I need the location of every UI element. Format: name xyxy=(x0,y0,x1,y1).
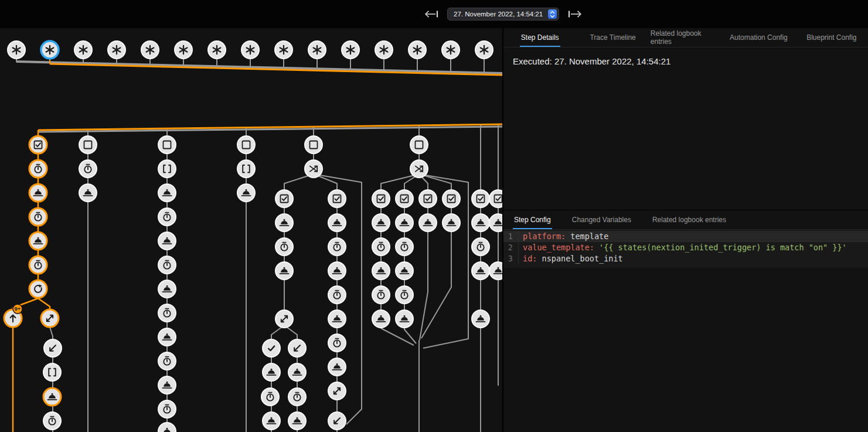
graph-node-timer[interactable] xyxy=(472,238,489,256)
graph-node-bell[interactable] xyxy=(158,376,176,394)
graph-node-bell[interactable] xyxy=(328,310,346,328)
graph-node-asterisk[interactable] xyxy=(342,41,359,59)
graph-node-timer[interactable] xyxy=(328,286,346,304)
graph-node-asterisk[interactable] xyxy=(108,41,125,59)
graph-node-bell[interactable] xyxy=(472,310,489,328)
graph-node-bell[interactable] xyxy=(158,280,176,298)
graph-node-timer[interactable] xyxy=(29,256,47,274)
graph-node-shuffle-diag[interactable] xyxy=(41,309,59,327)
graph-node-bell[interactable] xyxy=(263,363,280,381)
graph-node-bell[interactable] xyxy=(263,412,280,430)
graph-node-bell[interactable] xyxy=(158,184,176,202)
graph-node-bell[interactable] xyxy=(275,262,293,280)
graph-node-checkbox-blank[interactable] xyxy=(237,136,255,154)
graph-node-checkbox-marked[interactable] xyxy=(372,190,390,208)
graph-node-asterisk[interactable] xyxy=(409,41,426,59)
graph-node-bell[interactable] xyxy=(419,214,437,232)
graph-node-bell[interactable] xyxy=(275,214,293,232)
tab-step-config[interactable]: Step Config xyxy=(503,210,561,229)
graph-node-arrow-down-left[interactable] xyxy=(288,339,306,357)
graph-node-timer[interactable] xyxy=(275,238,293,256)
graph-node-timer[interactable] xyxy=(43,412,61,430)
graph-node-bell[interactable] xyxy=(489,214,502,232)
graph-node-shuffle[interactable] xyxy=(305,160,322,178)
graph-node-bell[interactable] xyxy=(79,184,97,202)
graph-node-bell[interactable] xyxy=(442,214,460,232)
graph-node-timer[interactable] xyxy=(158,256,176,274)
tab-automation-config[interactable]: Automation Config xyxy=(722,28,795,47)
graph-node-checkbox-blank[interactable] xyxy=(79,136,97,154)
graph-node-bell[interactable] xyxy=(372,214,390,232)
graph-node-brackets[interactable] xyxy=(158,160,176,178)
graph-node-bell[interactable] xyxy=(396,310,413,328)
tab-changed-variables[interactable]: Changed Variables xyxy=(561,210,642,229)
graph-node-shuffle[interactable] xyxy=(410,160,428,178)
graph-node-bell[interactable] xyxy=(328,358,346,376)
graph-node-bell[interactable] xyxy=(328,214,346,232)
graph-node-bell[interactable] xyxy=(472,214,489,232)
graph-node-timer[interactable] xyxy=(158,352,176,370)
graph-node-checkbox-marked[interactable] xyxy=(472,190,489,208)
graph-node-timer[interactable] xyxy=(29,160,47,178)
graph-node-bell[interactable] xyxy=(43,388,61,406)
graph-node-timer[interactable] xyxy=(396,286,413,304)
graph-node-arrow-down-left[interactable] xyxy=(44,339,62,357)
graph-node-bell[interactable] xyxy=(288,412,306,430)
graph-node-bell[interactable] xyxy=(328,262,346,280)
graph-node-bell[interactable] xyxy=(372,262,390,280)
graph-node-timer[interactable] xyxy=(328,334,346,352)
graph-node-bell[interactable] xyxy=(237,184,255,202)
run-selector[interactable]: 27. November 2022, 14:54:21 xyxy=(447,8,559,21)
next-run-button[interactable] xyxy=(568,10,582,18)
graph-node-bell[interactable] xyxy=(158,423,176,432)
graph-node-bell[interactable] xyxy=(489,262,502,280)
graph-node-shuffle-diag[interactable] xyxy=(328,382,346,400)
graph-node-checkbox-blank[interactable] xyxy=(305,136,322,154)
graph-node-timer[interactable] xyxy=(396,238,413,256)
graph-node-timer[interactable] xyxy=(158,208,176,226)
graph-node-asterisk[interactable] xyxy=(41,41,59,59)
graph-node-checkbox-marked[interactable] xyxy=(442,190,460,208)
graph-node-asterisk[interactable] xyxy=(175,41,192,59)
graph-node-repeat[interactable] xyxy=(29,280,47,298)
graph-node-asterisk[interactable] xyxy=(141,41,159,59)
graph-node-timer[interactable] xyxy=(328,238,346,256)
graph-node-asterisk[interactable] xyxy=(74,41,92,59)
graph-node-checkbox-marked[interactable] xyxy=(396,190,413,208)
graph-node-checkbox-marked[interactable] xyxy=(328,190,346,208)
graph-node-brackets[interactable] xyxy=(43,363,61,381)
graph-node-asterisk[interactable] xyxy=(375,41,393,59)
tab-blueprint-config[interactable]: Blueprint Config xyxy=(795,28,868,47)
graph-node-timer[interactable] xyxy=(79,160,97,178)
tab-related-logbook-entries[interactable]: Related logbook entries xyxy=(642,210,737,229)
graph-node-bell[interactable] xyxy=(396,214,413,232)
graph-node-bell[interactable] xyxy=(396,262,413,280)
graph-node-timer[interactable] xyxy=(29,208,47,226)
graph-node-checkbox-blank[interactable] xyxy=(158,136,176,154)
graph-node-check[interactable] xyxy=(263,339,280,357)
graph-node-asterisk[interactable] xyxy=(475,41,493,59)
graph-node-asterisk[interactable] xyxy=(8,41,25,59)
graph-node-asterisk[interactable] xyxy=(241,41,259,59)
previous-run-button[interactable] xyxy=(424,10,438,18)
graph-node-asterisk[interactable] xyxy=(442,41,459,59)
tab-step-details[interactable]: Step Details xyxy=(503,28,576,47)
graph-node-timer[interactable] xyxy=(158,304,176,322)
graph-node-timer[interactable] xyxy=(372,286,390,304)
graph-node-bell[interactable] xyxy=(288,363,306,381)
graph-node-checkbox-marked[interactable] xyxy=(489,190,502,208)
graph-node-timer[interactable] xyxy=(261,388,279,406)
graph-node-bell[interactable] xyxy=(158,232,176,250)
graph-node-shuffle-diag[interactable] xyxy=(275,310,293,328)
graph-node-asterisk[interactable] xyxy=(275,41,292,59)
graph-node-asterisk[interactable] xyxy=(308,41,326,59)
tab-related-logbook-entries[interactable]: Related logbook entries xyxy=(649,28,722,47)
graph-node-timer[interactable] xyxy=(288,388,306,406)
graph-node-bell[interactable] xyxy=(158,328,176,346)
graph-node-timer[interactable] xyxy=(158,400,176,418)
graph-node-brackets[interactable] xyxy=(237,160,255,178)
tab-trace-timeline[interactable]: Trace Timeline xyxy=(576,28,649,47)
graph-node-checkbox-marked[interactable] xyxy=(275,190,293,208)
graph-node-checkbox-marked[interactable] xyxy=(419,190,437,208)
graph-node-arrow-down-left[interactable] xyxy=(328,412,346,430)
